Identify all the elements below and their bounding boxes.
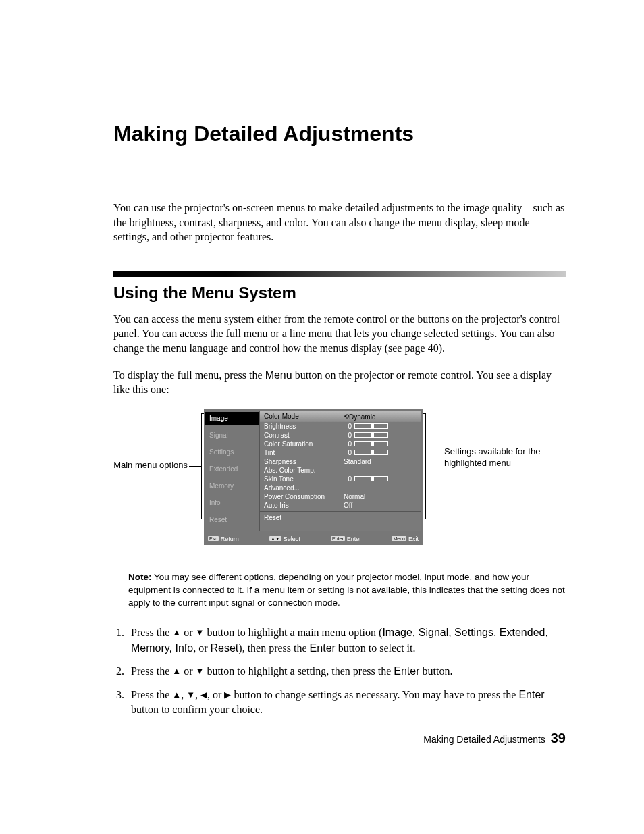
osd-main-item: Info	[205, 496, 259, 509]
osd-main-item: Reset	[205, 513, 259, 526]
osd-main-item: Extended	[205, 463, 259, 475]
page-title: Making Detailed Adjustments	[113, 122, 566, 147]
menu-button-label: Menu	[265, 369, 292, 381]
osd-setting-label: Abs. Color Temp.	[264, 467, 344, 474]
osd-setting-label: Brightness	[264, 423, 344, 430]
text: Press the	[131, 627, 172, 638]
osd-slider: 0	[344, 432, 388, 439]
keycap-icon: Enter	[331, 536, 345, 541]
step-1: Press the ▲ or ▼ button to highlight a m…	[127, 625, 566, 656]
osd-divider	[260, 511, 421, 512]
up-triangle-icon: ▲	[172, 627, 181, 639]
osd-setting-row: Color Saturation0	[260, 440, 421, 448]
text: To display the full menu, press the	[113, 369, 265, 381]
up-triangle-icon: ▲	[172, 665, 181, 677]
osd-setting-row: Brightness0	[260, 422, 421, 431]
enter-label: Enter	[518, 689, 544, 700]
keycap-icon: Menu	[392, 536, 406, 541]
text: button to confirm your choice.	[131, 704, 263, 715]
osd-setting-row: Tint0	[260, 448, 421, 457]
osd-setting-label: Color Mode	[264, 413, 344, 421]
enter-label: Enter	[310, 642, 336, 654]
page-number: 39	[551, 731, 566, 746]
osd-main-menu: Image Signal Settings Extended Memory In…	[205, 411, 259, 531]
osd-setting-value: Standard	[344, 458, 417, 465]
osd-footer: EscReturn ▲▼Select EnterEnter MenuExit	[204, 533, 423, 545]
note-text: You may see different options, depending…	[128, 572, 565, 608]
osd-setting-row: Color Mode ⟲Dynamic	[260, 411, 421, 422]
osd-reset-row: Reset	[260, 513, 421, 522]
manual-page: Making Detailed Adjustments You can use …	[0, 0, 644, 834]
osd-slider: 0	[344, 423, 388, 430]
step-3: Press the ▲, ▼, ◀, or ▶ button to change…	[127, 687, 566, 718]
section-divider	[113, 271, 566, 277]
osd-setting-label: Power Consumption	[264, 493, 344, 500]
osd-settings-panel: Color Mode ⟲Dynamic Brightness0 Contrast…	[259, 411, 421, 531]
osd-setting-label: Advanced...	[264, 484, 344, 492]
up-triangle-icon: ▲	[172, 689, 181, 701]
callout-line	[423, 519, 425, 519]
text: Press the	[131, 689, 172, 700]
text: or	[181, 627, 195, 638]
osd-setting-value: Off	[344, 502, 417, 509]
text: Press the	[131, 665, 172, 677]
text: button to highlight a setting, then pres…	[204, 665, 394, 677]
menu-screenshot-figure: Main menu options Settings available for…	[113, 409, 566, 558]
text: or	[181, 665, 195, 677]
return-icon: ⟲	[344, 413, 349, 420]
osd-setting-row: SharpnessStandard	[260, 457, 421, 466]
steps-list: Press the ▲ or ▼ button to highlight a m…	[113, 625, 566, 717]
callout-line	[425, 413, 426, 519]
osd-slider: 0	[344, 475, 388, 483]
osd-setting-label: Tint	[264, 449, 344, 457]
text: button to highlight a main menu option (	[204, 627, 382, 638]
osd-footer-hint: EnterEnter	[331, 536, 361, 542]
section-paragraph-2: To display the full menu, press the Menu…	[113, 368, 566, 397]
text: , or	[207, 689, 224, 700]
osd-menu-screenshot: Image Signal Settings Extended Memory In…	[204, 409, 423, 545]
text: ,	[181, 689, 186, 700]
callout-settings: Settings available for the highlighted m…	[444, 446, 552, 469]
note-paragraph: Note: You may see different options, dep…	[128, 571, 566, 610]
osd-setting-label: Contrast	[264, 432, 344, 439]
osd-footer-hint: EscReturn	[208, 536, 239, 542]
text: button.	[420, 665, 453, 677]
page-footer: Making Detailed Adjustments 39	[423, 731, 566, 746]
keycap-icon: ▲▼	[269, 536, 281, 541]
osd-footer-hint: ▲▼Select	[269, 536, 300, 542]
step-2: Press the ▲ or ▼ button to highlight a s…	[127, 664, 566, 679]
callout-line	[423, 413, 425, 414]
text: button to change settings as necessary. …	[231, 689, 518, 700]
osd-slider: 0	[344, 449, 388, 457]
osd-setting-row: Power ConsumptionNormal	[260, 492, 421, 501]
osd-setting-row: Advanced...	[260, 484, 421, 492]
note-label: Note:	[128, 572, 152, 582]
osd-slider: 0	[344, 440, 388, 448]
text: , or	[193, 642, 210, 654]
enter-label: Enter	[394, 665, 419, 677]
callout-main-menu: Main menu options	[113, 460, 188, 471]
intro-paragraph: You can use the projector's on-screen me…	[113, 201, 566, 244]
osd-setting-label: Skin Tone	[264, 475, 344, 483]
left-triangle-icon: ◀	[200, 689, 207, 701]
osd-setting-row: Abs. Color Temp.	[260, 466, 421, 475]
osd-setting-label: Auto Iris	[264, 502, 344, 509]
osd-main-item: Image	[205, 412, 259, 425]
right-triangle-icon: ▶	[224, 689, 231, 701]
callout-line	[189, 466, 201, 467]
osd-setting-row: Skin Tone0	[260, 475, 421, 484]
osd-main-item: Memory	[205, 479, 259, 492]
osd-footer-hint: MenuExit	[392, 536, 419, 542]
osd-setting-label: Color Saturation	[264, 440, 344, 448]
footer-chapter-title: Making Detailed Adjustments	[423, 734, 545, 745]
osd-setting-label: Sharpness	[264, 458, 344, 465]
section-paragraph-1: You can access the menu system either fr…	[113, 312, 566, 356]
osd-main-item: Settings	[205, 446, 259, 459]
text: button to select it.	[336, 642, 416, 654]
down-triangle-icon: ▼	[196, 665, 205, 677]
callout-line	[201, 413, 202, 519]
keycap-icon: Esc	[208, 536, 219, 541]
callout-line	[426, 457, 441, 457]
text: ), then press the	[238, 642, 309, 654]
text: ,	[195, 689, 200, 700]
